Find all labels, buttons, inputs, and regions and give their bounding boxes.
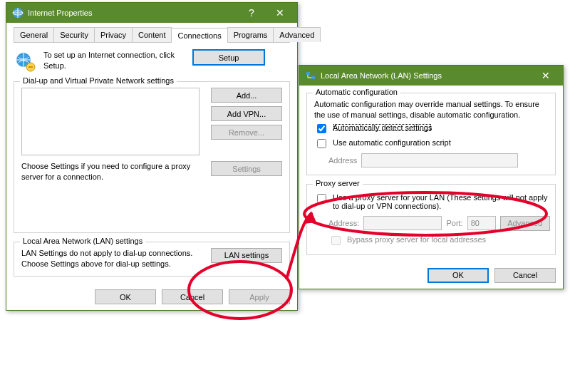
use-proxy-label[interactable]: Use a proxy server for your LAN (These s… [333, 193, 548, 210]
ok-button[interactable]: OK [428, 268, 489, 283]
lan-group: Local Area Network (LAN) settings LAN Se… [14, 242, 290, 277]
globe-icon [14, 50, 36, 73]
dialog-title: Local Area Network (LAN) Settings [321, 71, 442, 80]
apply-button: Apply [229, 289, 290, 304]
close-button[interactable]: ✕ [532, 66, 560, 86]
tab-security[interactable]: Security [53, 27, 95, 42]
network-icon [305, 70, 316, 81]
auto-config-text: Automatic configuration may override man… [314, 99, 548, 120]
tab-general[interactable]: General [14, 27, 54, 42]
remove-button: Remove... [211, 125, 282, 140]
connections-listbox[interactable] [21, 88, 200, 155]
script-address-input [361, 153, 518, 167]
lan-legend: Local Area Network (LAN) settings [20, 237, 145, 245]
script-address-label: Address [328, 156, 357, 165]
tab-strip: General Security Privacy Content Connect… [14, 27, 290, 43]
auto-config-legend: Automatic configuration [313, 88, 400, 96]
lan-text: LAN Settings do not apply to dial-up con… [21, 248, 200, 269]
auto-script-checkbox[interactable] [317, 139, 326, 148]
tab-connections[interactable]: Connections [171, 28, 227, 43]
svg-rect-4 [28, 66, 33, 68]
setup-button[interactable]: Setup [193, 50, 264, 65]
tab-advanced[interactable]: Advanced [273, 27, 321, 42]
svg-rect-6 [311, 76, 315, 79]
titlebar[interactable]: Internet Properties ? ✕ [6, 3, 297, 23]
dialup-settings-button: Settings [211, 161, 282, 176]
add-button[interactable]: Add... [211, 88, 282, 103]
auto-detect-label[interactable]: Automatically detect settings [333, 123, 432, 132]
close-button[interactable]: ✕ [266, 3, 294, 23]
add-vpn-button[interactable]: Add VPN... [211, 106, 282, 121]
titlebar[interactable]: Local Area Network (LAN) Settings ✕ [299, 66, 563, 86]
proxy-address-input [363, 216, 442, 230]
help-button[interactable]: ? [237, 3, 266, 23]
proxy-address-label: Address: [328, 219, 359, 227]
dialog-footer: OK Cancel Apply [6, 284, 297, 310]
cancel-button[interactable]: Cancel [494, 268, 556, 283]
proxy-legend: Proxy server [313, 179, 363, 187]
auto-config-group: Automatic configuration Automatic config… [306, 93, 556, 175]
lan-settings-dialog: Local Area Network (LAN) Settings ✕ Auto… [299, 65, 564, 289]
choose-settings-text: Choose Settings if you need to configure… [21, 161, 200, 182]
lan-settings-button[interactable]: LAN settings [211, 248, 282, 263]
dialup-legend: Dial-up and Virtual Private Network sett… [20, 76, 177, 85]
auto-detect-checkbox[interactable] [317, 124, 326, 133]
use-proxy-checkbox[interactable] [317, 194, 326, 203]
tab-content[interactable]: Content [132, 27, 172, 42]
dialog-footer: OK Cancel [299, 262, 563, 289]
proxy-group: Proxy server Use a proxy server for your… [306, 184, 556, 255]
bypass-local-checkbox [331, 236, 341, 245]
cancel-button[interactable]: Cancel [162, 289, 223, 304]
internet-icon [12, 7, 24, 19]
ok-button[interactable]: OK [95, 289, 156, 304]
auto-script-label[interactable]: Use automatic configuration script [333, 138, 451, 147]
dialup-group: Dial-up and Virtual Private Network sett… [14, 81, 290, 233]
proxy-port-label: Port: [446, 219, 462, 227]
setup-text: To set up an Internet connection, click … [43, 50, 186, 71]
dialog-title: Internet Properties [28, 9, 93, 17]
bypass-local-label: Bypass proxy server for local addresses [347, 235, 486, 244]
proxy-advanced-button: Advanced [500, 216, 550, 231]
proxy-port-input [467, 216, 496, 230]
svg-rect-5 [306, 72, 310, 75]
tab-privacy[interactable]: Privacy [94, 27, 133, 42]
tab-programs[interactable]: Programs [227, 27, 274, 42]
internet-properties-dialog: Internet Properties ? ✕ General Security… [6, 2, 298, 311]
